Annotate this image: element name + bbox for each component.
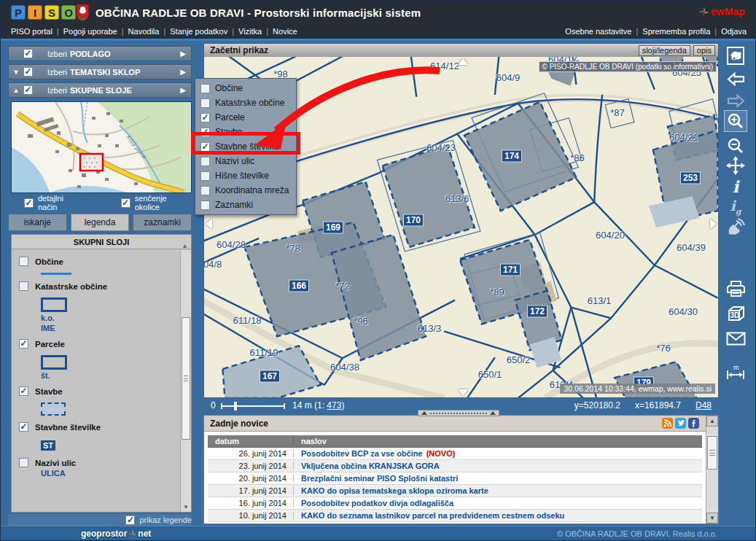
scale-link[interactable]: 473 xyxy=(327,400,341,410)
news-link[interactable]: Posodobitev BCP za vse občine(NOVO) xyxy=(294,449,455,458)
facebook-icon[interactable] xyxy=(688,418,699,429)
layer-checkbox[interactable]: ✓ xyxy=(200,157,210,166)
news-row: 10. junij 2014KAKO do seznama lastnikov … xyxy=(208,510,702,522)
popup-layer-parcele[interactable]: ✓Parcele xyxy=(195,110,296,125)
mail-icon[interactable] xyxy=(724,327,747,349)
scale-slider-track[interactable] xyxy=(221,405,285,407)
pan-north-icon[interactable] xyxy=(458,58,468,65)
popup-layer-zaznamki[interactable]: ✓Zaznamki xyxy=(195,198,296,212)
3d-view-icon[interactable]: 3D xyxy=(724,303,747,324)
menu-item-navodila[interactable]: Navodila xyxy=(128,27,160,36)
layers-legend-button[interactable]: sloji/legenda xyxy=(639,45,690,56)
twitter-icon[interactable] xyxy=(675,418,686,429)
tab-iskanje[interactable]: iskanje xyxy=(8,214,67,231)
rss-icon[interactable] xyxy=(662,418,673,429)
measure-icon[interactable]: m xyxy=(724,361,747,383)
pan-east-icon[interactable] xyxy=(710,219,717,229)
layer-checkbox[interactable]: ✓ xyxy=(200,113,210,122)
scroll-up-icon[interactable]: ▲ xyxy=(706,416,718,427)
option-checkbox[interactable]: ✓ xyxy=(121,198,130,208)
accordion-checkbox[interactable]: ✓ xyxy=(23,49,33,58)
tab-zaznamki[interactable]: zaznamki xyxy=(133,214,192,231)
zoom-out-icon[interactable] xyxy=(724,135,747,157)
print-icon[interactable] xyxy=(724,278,747,300)
legend-checkbox[interactable]: ✓ xyxy=(19,422,28,432)
menu-item-sprememba-profila[interactable]: Sprememba profila xyxy=(642,27,710,36)
popup-layer-hišne-številke[interactable]: ✓Hišne številke xyxy=(195,168,296,183)
expand-right-icon[interactable]: ▶ xyxy=(180,50,186,58)
accordion-tematski-sklop[interactable]: ▼✓IzberiTEMATSKI SKLOP▶ xyxy=(8,64,192,79)
scroll-down-icon[interactable]: ▼ xyxy=(181,504,191,510)
legend-checkbox[interactable]: ✓ xyxy=(19,458,28,467)
accordion-checkbox[interactable]: ✓ xyxy=(23,85,33,95)
chevron-up-icon[interactable]: ▲ xyxy=(9,87,23,94)
scroll-down-icon[interactable]: ▼ xyxy=(706,513,718,524)
menu-separator: | xyxy=(714,27,717,36)
identify-gis-icon[interactable]: ig xyxy=(724,196,747,218)
news-scrollbar[interactable]: ▲ ▼ xyxy=(706,416,718,524)
chevron-down-icon[interactable]: ▼ xyxy=(9,69,23,76)
accordion-skupne-sloje[interactable]: ▲✓IzberiSKUPNE SLOJE▶ xyxy=(8,82,192,98)
news-link[interactable]: KAKO do opisa tematskega sklopa oziroma … xyxy=(294,486,488,495)
expand-right-icon[interactable]: ▶ xyxy=(180,68,186,76)
popup-layer-katastrske-občine[interactable]: ✓Katastrske občine xyxy=(195,96,296,110)
news-link[interactable]: Brezplačni seminar PISO Splošni katastri xyxy=(294,474,458,483)
scale-slider-handle[interactable] xyxy=(234,402,237,410)
menu-item-vizitka[interactable]: Vizitka xyxy=(238,27,262,36)
expand-right-icon[interactable]: ▶ xyxy=(180,86,186,94)
menu-item-stanje-podatkov[interactable]: Stanje podatkov xyxy=(170,27,227,36)
pan-south-icon[interactable] xyxy=(458,389,468,396)
menu-item-novice[interactable]: Novice xyxy=(273,27,297,36)
accordion-podlago[interactable]: ✓IzberiPODLAGO▶ xyxy=(8,46,192,61)
forward-icon[interactable] xyxy=(724,90,747,112)
logo-letter: O xyxy=(61,5,76,20)
parcel-label: *87 xyxy=(610,107,625,118)
menu-item-pogoji-uporabe[interactable]: Pogoji uporabe xyxy=(63,27,117,36)
panel-splitter[interactable] xyxy=(418,410,499,416)
legend-scrollbar[interactable]: ▼ xyxy=(180,250,191,512)
legend-checkbox[interactable]: ✓ xyxy=(19,257,28,266)
menu-item-osebne-nastavitve[interactable]: Osebne nastavitve xyxy=(565,27,631,36)
layer-checkbox[interactable]: ✓ xyxy=(200,98,210,108)
datum-link[interactable]: D48 xyxy=(695,400,712,410)
popup-layer-občine[interactable]: ✓Občine xyxy=(195,81,296,96)
tab-legenda[interactable]: legenda xyxy=(71,214,130,231)
legend-checkbox[interactable]: ✓ xyxy=(19,386,28,396)
popup-layer-koordinatna-mreža[interactable]: ✓Koordinatna mreža xyxy=(195,183,296,198)
news-link[interactable]: Vključena občina KRANJSKA GORA xyxy=(294,462,440,470)
layer-checkbox[interactable]: ✓ xyxy=(200,186,210,195)
show-legend-checkbox[interactable]: ✓ xyxy=(125,515,135,525)
legend-title: SKUPNI SLOJI ▲ xyxy=(12,235,191,249)
legend-checkbox[interactable]: ✓ xyxy=(19,281,28,291)
overview-minimap[interactable]: Kozji potok xyxy=(11,101,192,193)
parcel-label: 614/12 xyxy=(430,61,459,71)
option-checkbox[interactable]: ✓ xyxy=(24,198,34,208)
legend-checkbox[interactable]: ✓ xyxy=(19,339,28,349)
layer-checkbox[interactable]: ✓ xyxy=(200,201,210,210)
gps-icon[interactable] xyxy=(724,217,747,238)
description-button[interactable]: opis xyxy=(693,45,715,56)
column-header-title: naslov xyxy=(294,437,327,445)
back-icon[interactable] xyxy=(724,68,747,90)
news-link[interactable]: Posodobitev podatkov divja odlagališča xyxy=(294,499,453,507)
identify-icon[interactable]: i xyxy=(724,176,747,198)
show-legend-option: ✓ prikaz legende xyxy=(8,514,192,526)
accordion-checkbox[interactable]: ✓ xyxy=(23,67,33,77)
zoom-in-icon[interactable] xyxy=(724,110,747,132)
scrollbar-thumb[interactable] xyxy=(182,317,190,440)
pan-icon[interactable] xyxy=(724,155,747,176)
pan-west-icon[interactable] xyxy=(206,219,212,229)
parcel-label: 650/1 xyxy=(478,369,502,380)
menu-item-odjava[interactable]: Odjava xyxy=(721,27,747,36)
building-label: 169 xyxy=(324,222,343,233)
layer-checkbox[interactable]: ✓ xyxy=(200,171,210,181)
layer-checkbox[interactable]: ✓ xyxy=(200,84,210,93)
news-link[interactable]: KAKO do seznama lastnikov parcel na pred… xyxy=(294,511,564,520)
menu-item-piso-portal[interactable]: PISO portal xyxy=(11,27,52,36)
accordion-label: IzberiPODLAGO xyxy=(47,50,111,58)
scrollbar-thumb[interactable] xyxy=(707,436,717,470)
popup-layer-nazivi-ulic[interactable]: ✓Nazivi ulic xyxy=(195,154,296,168)
overview-map-icon[interactable] xyxy=(724,44,747,66)
parcel-label: *89 xyxy=(490,287,504,297)
parcel-label: 613/6 xyxy=(445,193,469,204)
